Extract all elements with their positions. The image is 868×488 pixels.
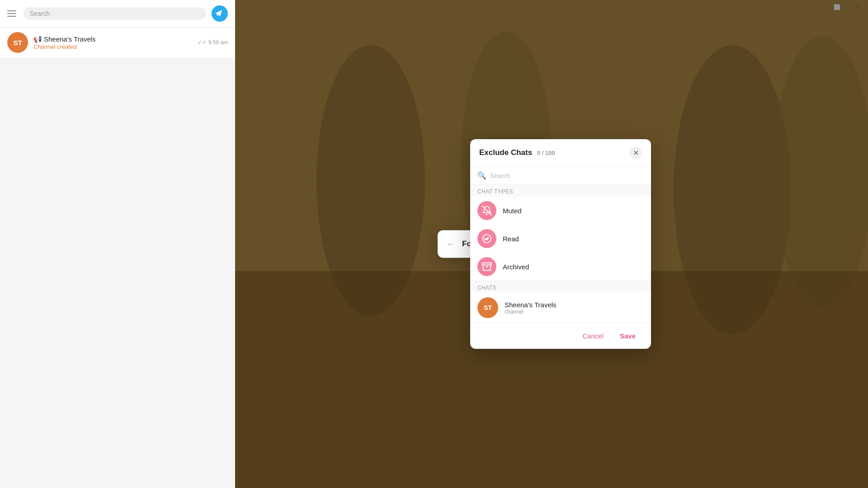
type-row-archived[interactable]: Archived <box>470 253 651 281</box>
muted-icon <box>477 201 496 220</box>
sidebar: Search ST 📢 Sheena's Travels Channel cre… <box>0 0 235 488</box>
sidebar-header: Search <box>0 0 235 28</box>
telegram-logo-icon <box>212 5 228 22</box>
cancel-button[interactable]: Cancel <box>576 329 610 343</box>
search-input[interactable] <box>490 172 644 179</box>
chat-row-avatar: ST <box>477 297 498 318</box>
hamburger-menu-button[interactable] <box>7 8 18 19</box>
modal-overlay: ← Folders ✕ Exclude Chats 0 / 100 ✕ 🔍 C <box>235 0 868 488</box>
chat-item-sheenas-travels[interactable]: ST 📢 Sheena's Travels Channel created ✓✓… <box>0 28 235 57</box>
chat-row-name: Sheena's Travels <box>505 301 644 309</box>
channel-icon: 📢 <box>33 35 42 43</box>
chat-name: 📢 Sheena's Travels <box>33 35 192 43</box>
save-button[interactable]: Save <box>613 329 642 343</box>
type-row-read[interactable]: Read <box>470 225 651 253</box>
chat-time: ✓✓ 9:59 am <box>198 39 228 46</box>
chats-section-label: Chats <box>470 281 651 293</box>
avatar: ST <box>7 32 28 53</box>
dialog-footer: Cancel Save <box>470 323 651 349</box>
muted-label: Muted <box>503 207 522 215</box>
exclude-chats-header: Exclude Chats 0 / 100 ✕ <box>470 139 651 167</box>
archived-icon <box>477 257 496 276</box>
main-content: Select a chat to start messaging — ⬜ ✕ ←… <box>235 0 868 488</box>
chat-row-sheenas-travels[interactable]: ST Sheena's Travels channel <box>470 293 651 323</box>
chat-info: 📢 Sheena's Travels Channel created <box>33 35 192 50</box>
chat-types-section-label: Chat types <box>470 185 651 197</box>
read-icon <box>477 229 496 248</box>
exclude-chats-close-button[interactable]: ✕ <box>629 146 642 159</box>
exclude-chats-title: Exclude Chats 0 / 100 <box>479 148 629 157</box>
archived-label: Archived <box>503 263 529 271</box>
search-input[interactable]: Search <box>24 7 206 20</box>
search-section: 🔍 <box>470 167 651 185</box>
exclude-chats-dialog: Exclude Chats 0 / 100 ✕ 🔍 Chat types <box>470 139 651 349</box>
read-label: Read <box>503 235 519 243</box>
type-row-muted[interactable]: Muted <box>470 197 651 225</box>
search-icon: 🔍 <box>477 171 486 180</box>
svg-line-7 <box>482 206 491 215</box>
svg-rect-9 <box>482 263 491 265</box>
chat-row-info: Sheena's Travels channel <box>505 301 644 315</box>
folders-back-button[interactable]: ← <box>447 239 455 249</box>
chat-last-message: Channel created <box>33 43 192 50</box>
exclude-chats-count: 0 / 100 <box>537 150 555 156</box>
chat-row-subtitle: channel <box>505 309 644 315</box>
